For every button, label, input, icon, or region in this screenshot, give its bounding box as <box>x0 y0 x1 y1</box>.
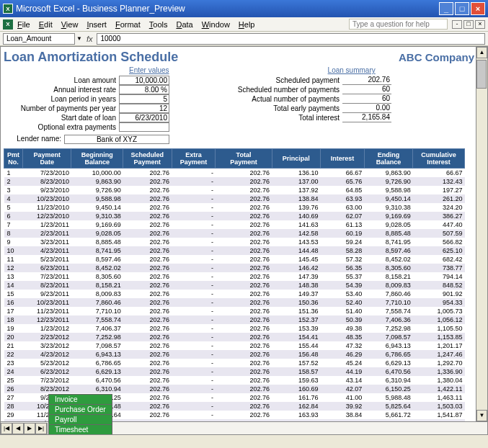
vertical-scrollbar[interactable]: ▲ ▼ <box>476 47 487 421</box>
table-row[interactable]: 612/23/20109,310.38202.76-202.76140.6962… <box>4 212 465 220</box>
cell[interactable]: 6 <box>4 212 23 220</box>
menu-tools[interactable]: Tools <box>149 20 168 29</box>
input-value[interactable]: 5 <box>119 94 169 104</box>
cell[interactable]: 202.76 <box>123 350 172 359</box>
cell[interactable]: 8,885.48 <box>364 229 412 238</box>
cell[interactable]: - <box>172 367 216 376</box>
cell[interactable]: 65.76 <box>321 177 365 186</box>
table-row[interactable]: 410/23/20109,588.98202.76-202.76138.8463… <box>4 194 465 203</box>
cell[interactable]: 202.76 <box>123 264 172 272</box>
cell[interactable]: 1,247.46 <box>413 350 465 359</box>
cell[interactable]: 28 <box>4 402 23 411</box>
cell[interactable]: 162.84 <box>272 402 320 411</box>
namebox-dropdown-icon[interactable]: ▼ <box>76 35 82 42</box>
mdi-close-button[interactable]: × <box>475 20 485 29</box>
cell[interactable]: 901.92 <box>413 290 465 298</box>
cell[interactable]: 738.77 <box>413 264 465 272</box>
cell[interactable]: 24 <box>4 367 23 376</box>
lender-value[interactable]: Bank of XYZ <box>64 135 169 144</box>
cell[interactable]: 9,863.90 <box>364 169 412 178</box>
cell[interactable]: 9,450.14 <box>71 203 123 212</box>
cell[interactable]: 63.93 <box>321 194 365 203</box>
cell[interactable]: - <box>172 341 216 350</box>
cell[interactable]: 202.76 <box>123 281 172 290</box>
cell[interactable]: 7,710.10 <box>71 307 123 315</box>
cell[interactable]: 12 <box>4 264 23 272</box>
mdi-minimize-button[interactable]: - <box>452 20 462 29</box>
cell[interactable]: - <box>172 315 216 324</box>
cell[interactable]: 137.00 <box>272 177 320 186</box>
cell[interactable]: 202.76 <box>123 194 172 203</box>
cell[interactable]: 25 <box>4 376 23 385</box>
cell[interactable]: 56.35 <box>321 264 365 272</box>
cell[interactable]: 38.84 <box>321 411 365 419</box>
cell[interactable]: 7/23/2012 <box>23 376 71 385</box>
cell[interactable]: - <box>172 350 216 359</box>
cell[interactable]: 202.76 <box>216 411 272 419</box>
cell[interactable]: 10,000.00 <box>71 169 123 178</box>
cell[interactable]: 202.76 <box>216 333 272 341</box>
cell[interactable]: 1,336.90 <box>413 367 465 376</box>
cell[interactable]: 202.76 <box>216 194 272 203</box>
cell[interactable]: 46.29 <box>321 350 365 359</box>
cell[interactable]: 7,558.74 <box>71 315 123 324</box>
cell[interactable]: 9,588.98 <box>71 194 123 203</box>
cell[interactable]: 9,726.90 <box>71 186 123 194</box>
cell[interactable]: - <box>172 229 216 238</box>
cell[interactable]: 202.76 <box>216 341 272 350</box>
cell[interactable]: 8,597.46 <box>364 246 412 255</box>
cell[interactable]: - <box>172 402 216 411</box>
cell[interactable]: 8,009.83 <box>364 281 412 290</box>
table-row[interactable]: 257/23/20126,470.56202.76-202.76159.6343… <box>4 376 465 385</box>
cell[interactable]: 202.76 <box>123 402 172 411</box>
cell[interactable]: 160.69 <box>272 385 320 393</box>
scroll-up-icon[interactable]: ▲ <box>476 47 487 58</box>
cell[interactable]: 148.38 <box>272 281 320 290</box>
table-row[interactable]: 246/23/20126,629.13202.76-202.76158.5744… <box>4 367 465 376</box>
cell[interactable]: 9,863.90 <box>71 177 123 186</box>
table-row[interactable]: 93/23/20118,885.48202.76-202.76143.5359.… <box>4 238 465 246</box>
cell[interactable]: 202.76 <box>216 272 272 281</box>
cell[interactable]: 1,153.85 <box>413 333 465 341</box>
cell[interactable]: - <box>172 272 216 281</box>
cell[interactable]: 202.76 <box>216 255 272 264</box>
input-value[interactable]: 6/23/2010 <box>119 113 169 122</box>
cell[interactable]: - <box>172 203 216 212</box>
cell[interactable]: 45.24 <box>321 359 365 367</box>
cell[interactable]: 202.76 <box>123 290 172 298</box>
cell[interactable]: 4/23/2011 <box>23 246 71 255</box>
cell[interactable]: - <box>172 281 216 290</box>
cell[interactable]: 8,009.83 <box>71 290 123 298</box>
cell[interactable]: 6,310.94 <box>71 385 123 393</box>
cell[interactable]: 202.76 <box>216 169 272 178</box>
cell[interactable]: 60.19 <box>321 229 365 238</box>
cell[interactable]: 1,503.03 <box>413 402 465 411</box>
menu-view[interactable]: View <box>61 20 79 29</box>
table-row[interactable]: 1610/23/20117,860.46202.76-202.76150.365… <box>4 298 465 307</box>
tab-nav-prev-icon[interactable]: ◀ <box>12 423 24 434</box>
cell[interactable]: 155.44 <box>272 341 320 350</box>
cell[interactable]: 386.27 <box>413 212 465 220</box>
cell[interactable]: 9,169.69 <box>71 220 123 229</box>
cell[interactable]: 202.76 <box>123 220 172 229</box>
cell[interactable]: 11/23/2011 <box>23 307 71 315</box>
cell[interactable]: 6,629.13 <box>71 367 123 376</box>
cell[interactable]: 140.69 <box>272 212 320 220</box>
cell[interactable]: 63.00 <box>321 203 365 212</box>
cell[interactable]: 9,169.69 <box>364 212 412 220</box>
cell[interactable]: 139.76 <box>272 203 320 212</box>
cell[interactable]: 58.28 <box>321 246 365 255</box>
cell[interactable]: 7,406.36 <box>364 315 412 324</box>
input-value[interactable]: 10,000.00 <box>119 76 169 85</box>
cell[interactable]: 66.67 <box>413 169 465 178</box>
cell[interactable]: 55.37 <box>321 272 365 281</box>
cell[interactable]: - <box>172 411 216 419</box>
cell[interactable]: 7,252.98 <box>364 324 412 333</box>
cell[interactable]: 48.35 <box>321 333 365 341</box>
tab-nav-last-icon[interactable]: ▶| <box>35 423 47 434</box>
cell[interactable]: 6,310.94 <box>364 376 412 385</box>
cell[interactable]: 10/23/2010 <box>23 194 71 203</box>
input-value[interactable] <box>119 122 169 132</box>
cell[interactable]: 2 <box>4 177 23 186</box>
table-row[interactable]: 191/23/20127,406.37202.76-202.76153.3949… <box>4 324 465 333</box>
